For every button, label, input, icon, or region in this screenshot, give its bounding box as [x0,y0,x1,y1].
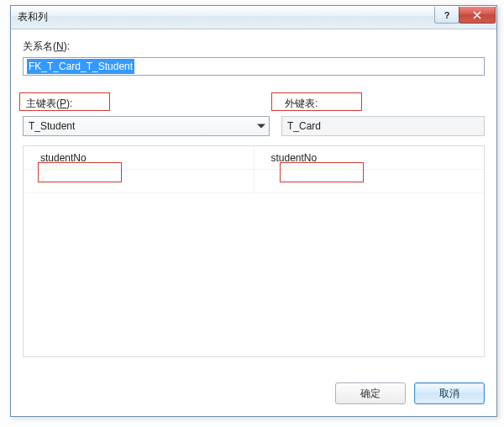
window-controls [434,7,496,24]
relation-name-value: FK_T_Card_T_Student [27,59,134,74]
column-mapping-grid[interactable]: studentNo studentNo [23,145,485,357]
grid-row[interactable]: studentNo studentNo [24,146,484,170]
fk-column-cell[interactable]: studentNo [254,146,485,169]
pk-table-selected: T_Student [29,120,75,132]
fk-table-label: 外键表: [281,97,485,111]
pk-column-cell[interactable]: studentNo [24,146,254,169]
pk-table-select[interactable]: T_Student [23,116,270,136]
dialog-body: 关系名(N): FK_T_Card_T_Student [23,40,485,76]
grid-row[interactable] [24,170,484,193]
window-title: 表和列 [18,10,48,24]
relation-name-input[interactable]: FK_T_Card_T_Student [23,57,485,76]
pk-table-label: 主键表(P): [23,97,270,111]
fk-table-value: T_Card [281,116,485,136]
ok-button[interactable]: 确定 [335,382,406,404]
pk-column-cell[interactable] [24,170,254,192]
chevron-down-icon [257,124,265,129]
pk-column: 主键表(P): T_Student [23,97,270,136]
titlebar: 表和列 [11,6,496,29]
table-selectors: 主键表(P): T_Student 外键表: T_Card [23,97,485,136]
close-icon [473,11,481,19]
fk-column-cell[interactable] [254,170,485,192]
fk-column: 外键表: T_Card [281,97,485,136]
help-button[interactable] [434,7,459,24]
relation-name-label: 关系名(N): [23,40,485,54]
cancel-button[interactable]: 取消 [414,382,485,404]
dialog-buttons: 确定 取消 [335,382,485,404]
close-button[interactable] [459,7,496,24]
dialog-window: 表和列 关系名(N): FK_T_Card_T_Student 主键表(P): … [10,5,497,417]
